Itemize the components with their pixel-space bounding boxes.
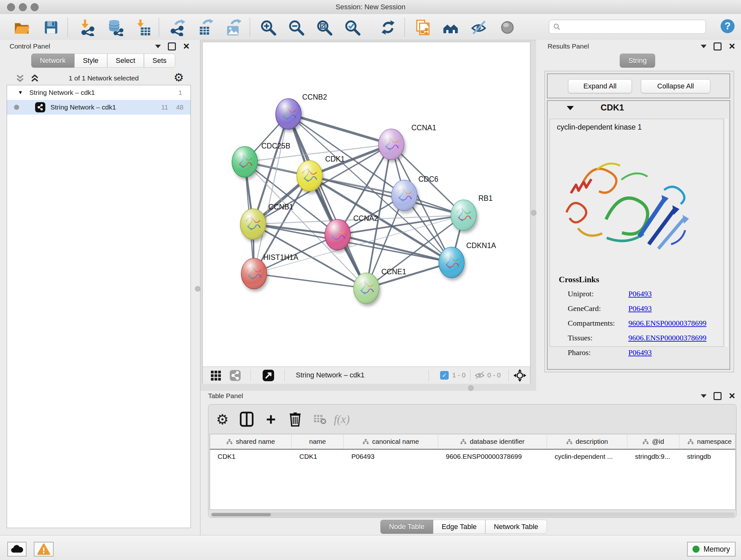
node-CCNB1[interactable] (240, 209, 266, 240)
collapse-all-button[interactable]: Collapse All (641, 79, 711, 93)
save-session-icon[interactable] (42, 18, 60, 37)
node-CDKN1A[interactable] (439, 247, 464, 278)
memory-button[interactable]: Memory (687, 542, 736, 557)
network-options-gear-icon[interactable]: ⚙ (174, 72, 184, 83)
table-cell[interactable]: CDK1 (292, 449, 344, 463)
right-splitter-handle[interactable] (531, 210, 536, 215)
export-image-icon[interactable] (225, 18, 243, 37)
delete-column-icon[interactable] (286, 410, 304, 428)
window-close-icon[interactable] (7, 3, 15, 11)
tab-select[interactable]: Select (107, 54, 144, 68)
horizontal-splitter-handle[interactable] (468, 385, 474, 391)
expand-all-button[interactable]: Expand All (568, 79, 632, 93)
zoom-selected-icon[interactable] (343, 18, 361, 37)
crosslink-link[interactable]: P06493 (628, 304, 652, 313)
table-row[interactable]: CDK1CDK1P064939606.ENSP00000378699cyclin… (210, 449, 735, 463)
column-header-name[interactable]: name (292, 434, 344, 449)
left-splitter-handle[interactable] (195, 286, 200, 292)
crosslink-link[interactable]: P06493 (628, 290, 652, 298)
apply-layout-icon[interactable] (379, 18, 397, 37)
table-cell[interactable]: stringdb:9... (627, 449, 679, 463)
tab-network[interactable]: Network (31, 54, 74, 68)
selected-checkbox-icon[interactable]: ✓ (440, 371, 449, 380)
close-panel-icon[interactable]: ✕ (729, 393, 736, 399)
detach-view-icon[interactable] (262, 369, 275, 382)
node-CDC25B[interactable] (232, 146, 258, 177)
tree-expander-icon[interactable]: ▼ (18, 90, 23, 96)
table-options-gear-icon[interactable]: ⚙ (213, 410, 231, 428)
birdseye-navigator-icon[interactable] (513, 368, 527, 382)
node-HIST1H1A[interactable] (241, 258, 267, 289)
delete-table-icon[interactable] (311, 410, 329, 428)
show-graphics-details-icon[interactable] (442, 18, 460, 37)
show-hidden-icon[interactable] (498, 18, 516, 37)
export-network-icon[interactable] (169, 18, 186, 37)
tab-string[interactable]: String (620, 54, 655, 68)
float-panel-icon[interactable] (714, 43, 722, 51)
node-RB1[interactable] (451, 200, 476, 231)
close-panel-icon[interactable]: ✕ (729, 44, 736, 50)
edge-CCNE1-CDKN1A[interactable] (366, 262, 452, 288)
tab-network-table[interactable]: Network Table (485, 520, 547, 534)
export-table-icon[interactable] (197, 18, 214, 37)
column-header-database-identifier[interactable]: database identifier (438, 434, 547, 449)
panel-menu-icon[interactable] (701, 45, 706, 48)
network-canvas[interactable]: CCNB2CCNA1CDC25BCDK1CDC6RB1CCNB1CCNA2CDK… (203, 42, 530, 367)
help-icon[interactable]: ? (719, 17, 737, 35)
node-CCNA1[interactable] (379, 129, 404, 160)
window-zoom-icon[interactable] (30, 3, 39, 11)
window-minimize-icon[interactable] (19, 3, 27, 11)
cloud-status-button[interactable] (7, 542, 26, 557)
network-row[interactable]: String Network – cdk1 11 48 (7, 100, 191, 115)
node-CDK1[interactable] (297, 161, 322, 191)
collapse-all-networks-icon[interactable] (15, 74, 25, 84)
import-network-file-icon[interactable] (78, 18, 96, 37)
crosslink-link[interactable]: 9606.ENSP00000378699 (628, 334, 706, 342)
column-header-shared-name[interactable]: shared name (210, 434, 292, 449)
import-table-icon[interactable] (134, 18, 152, 37)
tab-sets[interactable]: Sets (144, 54, 175, 68)
search-input[interactable] (563, 23, 705, 31)
results-scrollbar[interactable] (724, 119, 728, 347)
column-header-canonical-name[interactable]: canonical name (344, 434, 438, 449)
grid-view-icon[interactable] (210, 369, 222, 381)
open-session-icon[interactable] (13, 18, 30, 37)
float-panel-icon[interactable] (168, 43, 176, 51)
node-CCNA2[interactable] (325, 219, 350, 250)
hide-selected-icon[interactable] (470, 18, 488, 37)
table-horizontal-scrollbar[interactable] (210, 512, 735, 517)
edge-CDK1-RB1[interactable] (310, 176, 464, 215)
import-network-database-icon[interactable] (106, 18, 124, 37)
crosslink-link[interactable]: 9606.ENSP00000378699 (628, 319, 706, 327)
column-header-description[interactable]: description (547, 434, 627, 449)
edge-CCNB2-HIST1H1A[interactable] (254, 114, 288, 273)
close-panel-icon[interactable]: ✕ (183, 44, 190, 50)
section-collapse-icon[interactable] (567, 106, 574, 110)
node-CCNB2[interactable] (276, 99, 301, 129)
zoom-fit-icon[interactable] (315, 18, 333, 37)
zoom-in-icon[interactable] (259, 18, 277, 37)
tab-style[interactable]: Style (74, 54, 107, 68)
panel-menu-icon[interactable] (155, 45, 161, 48)
expand-all-networks-icon[interactable] (30, 74, 40, 84)
node-CCNE1[interactable] (354, 273, 379, 304)
new-network-from-selection-icon[interactable] (414, 18, 431, 37)
create-column-icon[interactable]: + (262, 410, 280, 428)
crosslink-link[interactable]: P06493 (628, 348, 652, 357)
node-CDC6[interactable] (392, 180, 417, 211)
table-cell[interactable]: P06493 (344, 449, 438, 463)
table-cell[interactable]: 9606.ENSP00000378699 (438, 449, 547, 463)
table-cell[interactable]: CDK1 (210, 449, 292, 463)
panel-menu-icon[interactable] (701, 394, 706, 398)
scrollbar-thumb[interactable] (212, 513, 271, 516)
column-header-namespace[interactable]: namespace (679, 434, 736, 449)
tab-edge-table[interactable]: Edge Table (433, 520, 485, 534)
function-builder-icon[interactable]: f(x) (333, 410, 351, 428)
show-columns-icon[interactable] (238, 410, 256, 428)
float-panel-icon[interactable] (714, 392, 722, 400)
edge-CCNE1-HIST1H1A[interactable] (254, 273, 366, 288)
warning-status-button[interactable] (34, 542, 54, 557)
network-collection-row[interactable]: ▼ String Network – cdk1 1 (7, 85, 191, 100)
zoom-out-icon[interactable] (287, 18, 305, 37)
table-cell[interactable]: cyclin-dependent ... (547, 449, 627, 463)
